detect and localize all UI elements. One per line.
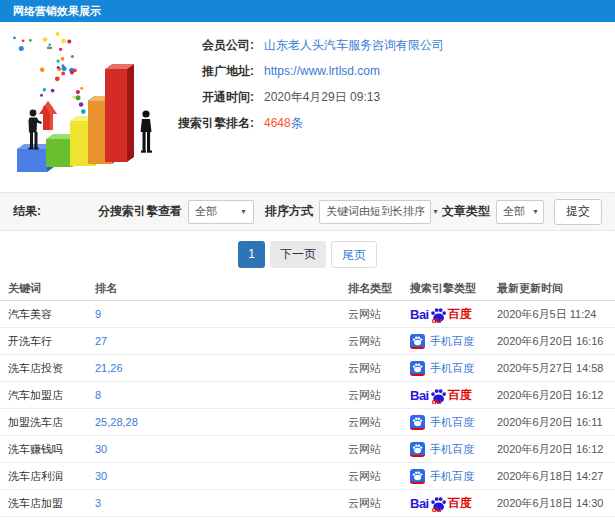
mobile-baidu-paw-icon	[410, 334, 425, 349]
table-row: 洗车赚钱吗30云网站 手机百度2020年6月20日 16:12	[0, 436, 615, 463]
ranking-count-suffix: 条	[291, 116, 303, 130]
baidu-logo-bai: Bai	[410, 496, 429, 511]
table-row: 开洗车行27云网站 手机百度2020年6月20日 16:16	[0, 328, 615, 355]
info-field-row: 推广地址:https://www.lrtlsd.com	[168, 58, 444, 84]
confetti-dots	[13, 32, 94, 116]
page-header: 网络营销效果展示	[0, 0, 615, 22]
article-type-filter-label: 文章类型	[442, 203, 490, 220]
keyword-cell: 洗车赚钱吗	[8, 442, 95, 457]
rank-type-cell: 云网站	[348, 307, 410, 322]
table-row: 汽车美容9云网站Bai du百度2020年6月5日 11:24	[0, 301, 615, 328]
rank-value[interactable]: 30	[95, 470, 107, 482]
rank-type-cell: 云网站	[348, 496, 410, 511]
baidu-logo-du: du	[432, 505, 442, 514]
col-header-update-time: 最新更新时间	[497, 281, 615, 296]
info-field-value[interactable]: https://www.lrtlsd.com	[264, 64, 380, 78]
mobile-baidu-logo: 手机百度	[410, 361, 474, 376]
table-body: 汽车美容9云网站Bai du百度2020年6月5日 11:24开洗车行27云网站…	[0, 301, 615, 517]
chevron-down-icon: ▼	[233, 208, 247, 215]
baidu-paw-icon: du	[430, 306, 447, 323]
update-time-cell: 2020年6月5日 11:24	[497, 307, 615, 322]
bar-chart-illustration	[4, 24, 172, 190]
engine-filter-select[interactable]: 全部 ▼	[188, 200, 254, 224]
engine-cell-mobile-baidu: 手机百度	[410, 361, 497, 376]
rank-value[interactable]: 27	[95, 335, 107, 347]
info-field-value[interactable]: 山东老人头汽车服务咨询有限公司	[264, 37, 444, 54]
baidu-logo-cn: 百度	[448, 387, 472, 404]
mobile-baidu-label: 手机百度	[430, 334, 474, 349]
submit-button[interactable]: 提交	[554, 199, 602, 225]
rank-value[interactable]: 30	[95, 443, 107, 455]
keyword-cell: 开洗车行	[8, 334, 95, 349]
mobile-baidu-label: 手机百度	[430, 361, 474, 376]
pagination-last-button[interactable]: 尾页	[331, 241, 377, 268]
pagination-next-button[interactable]: 下一页	[270, 241, 326, 268]
baidu-logo: Bai du百度	[410, 495, 472, 512]
mobile-baidu-label: 手机百度	[430, 442, 474, 457]
table-row: 加盟洗车店25,28,28云网站 手机百度2020年6月20日 16:11	[0, 409, 615, 436]
rank-type-cell: 云网站	[348, 469, 410, 484]
baidu-paw-icon: du	[430, 495, 447, 512]
engine-cell-baidu: Bai du百度	[410, 306, 497, 323]
rank-value[interactable]: 21,26	[95, 362, 123, 374]
update-time-cell: 2020年6月20日 16:11	[497, 415, 615, 430]
pagination-page-1[interactable]: 1	[238, 241, 265, 268]
info-fields: 会员公司:山东老人头汽车服务咨询有限公司推广地址:https://www.lrt…	[168, 32, 444, 136]
pagination: 1 下一页 尾页	[0, 231, 615, 277]
rank-type-cell: 云网站	[348, 415, 410, 430]
rank-value[interactable]: 25,28,28	[95, 416, 138, 428]
col-header-rank: 排名	[95, 281, 348, 296]
baidu-logo-cn: 百度	[448, 495, 472, 512]
baidu-logo-bai: Bai	[410, 307, 429, 322]
info-field-label: 开通时间:	[168, 89, 254, 106]
sort-filter-select[interactable]: 关键词由短到长排序 ▼	[319, 200, 431, 224]
keyword-cell: 汽车加盟店	[8, 388, 95, 403]
mobile-baidu-paw-icon	[410, 361, 425, 376]
table-row: 洗车店投资21,26云网站 手机百度2020年5月27日 14:58	[0, 355, 615, 382]
keyword-cell: 洗车店投资	[8, 361, 95, 376]
baidu-logo-bai: Bai	[410, 388, 429, 403]
baidu-paw-icon: du	[430, 387, 447, 404]
rank-value[interactable]: 3	[95, 497, 101, 509]
info-field-row: 开通时间:2020年4月29日 09:13	[168, 84, 444, 110]
businessman-left	[29, 110, 43, 150]
info-section: 会员公司:山东老人头汽车服务咨询有限公司推广地址:https://www.lrt…	[0, 22, 615, 192]
baidu-logo-du: du	[432, 316, 442, 325]
article-type-filter-select[interactable]: 全部 ▼	[496, 200, 544, 224]
baidu-logo-cn: 百度	[448, 306, 472, 323]
page-title: 网络营销效果展示	[13, 5, 101, 17]
table-header-row: 关键词 排名 排名类型 搜索引擎类型 最新更新时间	[0, 277, 615, 301]
table-row: 洗车店利润30云网站 手机百度2020年6月18日 14:27	[0, 463, 615, 490]
mobile-baidu-label: 手机百度	[430, 415, 474, 430]
keyword-cell: 汽车美容	[8, 307, 95, 322]
col-header-rank-type: 排名类型	[348, 281, 410, 296]
engine-filter-label: 分搜索引擎查看	[98, 203, 182, 220]
mobile-baidu-paw-icon	[410, 442, 425, 457]
engine-cell-mobile-baidu: 手机百度	[410, 469, 497, 484]
filter-controls: 分搜索引擎查看 全部 ▼ 排序方式 关键词由短到长排序 ▼ 文章类型 全部 ▼ …	[87, 199, 602, 225]
keyword-table: 关键词 排名 排名类型 搜索引擎类型 最新更新时间 汽车美容9云网站Bai du…	[0, 277, 615, 517]
engine-cell-baidu: Bai du百度	[410, 387, 497, 404]
engine-cell-mobile-baidu: 手机百度	[410, 442, 497, 457]
baidu-logo-du: du	[432, 397, 442, 406]
rank-value[interactable]: 8	[95, 389, 101, 401]
info-field-row: 搜索引擎排名:4648条	[168, 110, 444, 136]
baidu-logo: Bai du百度	[410, 387, 472, 404]
update-time-cell: 2020年6月20日 16:12	[497, 388, 615, 403]
keyword-cell: 加盟洗车店	[8, 415, 95, 430]
rank-type-cell: 云网站	[348, 388, 410, 403]
col-header-keyword: 关键词	[8, 281, 95, 296]
update-time-cell: 2020年6月20日 16:16	[497, 334, 615, 349]
sort-filter-value: 关键词由短到长排序	[326, 204, 425, 219]
update-time-cell: 2020年6月18日 14:30	[497, 496, 615, 511]
chevron-down-icon: ▼	[525, 208, 539, 215]
engine-cell-baidu: Bai du百度	[410, 495, 497, 512]
businessman-right	[141, 110, 153, 152]
keyword-cell: 洗车店利润	[8, 469, 95, 484]
rank-value[interactable]: 9	[95, 308, 101, 320]
update-time-cell: 2020年6月18日 14:27	[497, 469, 615, 484]
info-field-label: 会员公司:	[168, 37, 254, 54]
article-type-filter-value: 全部	[503, 204, 525, 219]
mobile-baidu-logo: 手机百度	[410, 334, 474, 349]
bar-red	[105, 64, 134, 162]
